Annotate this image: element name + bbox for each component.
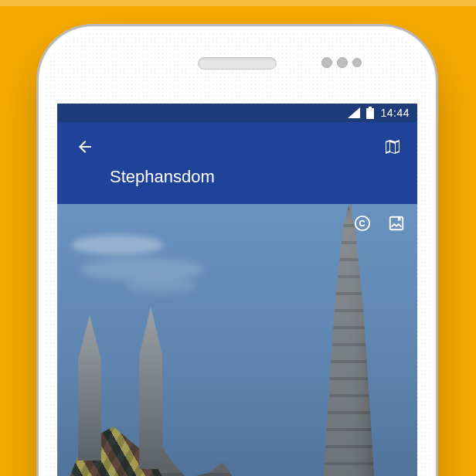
phone-speaker bbox=[198, 57, 277, 70]
battery-icon bbox=[366, 107, 374, 119]
map-icon bbox=[383, 138, 402, 156]
hero-spire-tip bbox=[350, 204, 352, 215]
svg-rect-0 bbox=[366, 108, 374, 119]
copyright-icon bbox=[354, 215, 371, 232]
image-credit-button[interactable] bbox=[352, 213, 372, 233]
status-clock: 14:44 bbox=[380, 107, 410, 119]
arrow-left-icon bbox=[76, 138, 94, 156]
hero-cloud bbox=[80, 258, 204, 281]
app-bar: Stephansdom bbox=[57, 122, 417, 204]
android-status-bar: 14:44 bbox=[57, 104, 417, 122]
screen: 14:44 Stephansdom bbox=[57, 104, 417, 476]
map-button[interactable] bbox=[380, 134, 405, 159]
decorative-top-strip bbox=[0, 0, 476, 6]
page-title: Stephansdom bbox=[110, 167, 405, 187]
svg-rect-1 bbox=[369, 107, 372, 108]
svg-rect-3 bbox=[390, 217, 403, 230]
hero-image bbox=[57, 204, 417, 476]
image-gallery-button[interactable] bbox=[386, 213, 406, 233]
hero-overlay-actions bbox=[352, 213, 406, 233]
viewport: 14:44 Stephansdom bbox=[0, 0, 476, 476]
hero-cloud bbox=[127, 278, 196, 294]
hero-cloud bbox=[71, 235, 164, 255]
sensor-dot bbox=[337, 57, 348, 68]
phone-sensors bbox=[321, 57, 362, 68]
svg-point-2 bbox=[355, 216, 369, 230]
bookmark-image-icon bbox=[388, 215, 405, 232]
phone-mockup: 14:44 Stephansdom bbox=[39, 26, 436, 476]
sensor-dot bbox=[352, 58, 362, 67]
signal-icon bbox=[348, 107, 360, 118]
sensor-dot bbox=[321, 57, 332, 68]
back-button[interactable] bbox=[71, 133, 99, 161]
